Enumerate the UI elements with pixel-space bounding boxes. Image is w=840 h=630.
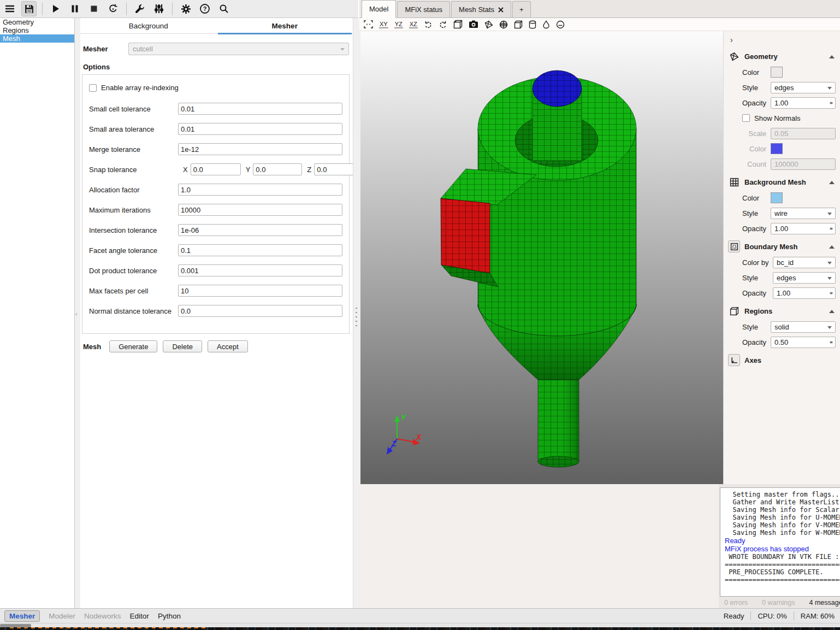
tab-mesher[interactable]: Mesher xyxy=(217,18,353,33)
toolbar-separator xyxy=(172,2,173,15)
maximum-iterations-input[interactable] xyxy=(178,204,342,216)
show-normals-checkbox[interactable] xyxy=(742,114,750,122)
accept-mesh-button[interactable]: Accept xyxy=(208,340,248,352)
save-icon[interactable] xyxy=(21,1,37,16)
field-label: Dot product tolerance xyxy=(89,267,178,275)
dot-product-tolerance-input[interactable] xyxy=(178,264,342,276)
enable-array-reindexing-checkbox[interactable] xyxy=(89,84,97,92)
errors-count[interactable]: 0 errors xyxy=(724,599,748,607)
view-xz-button[interactable]: XZ xyxy=(409,21,418,28)
collapse-arrow-icon[interactable] xyxy=(829,243,835,249)
mfix-window: ? Geometry Regions Mesh ‹ Background Mes… xyxy=(0,0,840,630)
console-output[interactable]: Setting master from flags... Gather and … xyxy=(720,487,840,597)
collapse-arrow-icon[interactable] xyxy=(829,52,835,58)
search-icon[interactable] xyxy=(216,1,232,16)
viewport-3d[interactable]: Y X Z xyxy=(360,31,723,484)
svg-text:?: ? xyxy=(203,5,207,12)
bgmesh-style-combobox[interactable]: wire xyxy=(771,208,836,219)
mesher-combobox-value: cutcell xyxy=(133,45,153,53)
axes-section: Axes xyxy=(724,354,840,367)
regions-opacity-spinbox[interactable]: 0.50 xyxy=(771,337,836,348)
snap-tolerance-y-input[interactable] xyxy=(253,163,302,175)
bottom-scrollbar[interactable] xyxy=(0,623,840,627)
merge-tolerance-input[interactable] xyxy=(178,143,342,155)
sidebar-item-geometry[interactable]: Geometry xyxy=(0,18,74,26)
regions-visibility-icon[interactable] xyxy=(514,20,523,29)
close-tab-icon[interactable] xyxy=(498,7,504,13)
ram-usage: RAM: 60% xyxy=(801,612,835,620)
view-xy-button[interactable]: XY xyxy=(379,21,388,28)
tab-model[interactable]: Model xyxy=(362,0,396,18)
tab-background[interactable]: Background xyxy=(80,18,217,33)
snap-x-label: X xyxy=(183,166,188,174)
mesher-label: Mesher xyxy=(83,45,128,53)
sidebar-item-mesh[interactable]: Mesh xyxy=(0,34,74,43)
collapse-arrow-icon[interactable] xyxy=(829,307,835,313)
allocation-factor-input[interactable] xyxy=(178,184,342,196)
sphere-visibility-icon[interactable] xyxy=(499,20,508,29)
fit-view-icon[interactable] xyxy=(364,20,373,28)
cone-icon[interactable] xyxy=(542,20,550,29)
menu-icon[interactable] xyxy=(2,1,17,16)
max-facets-per-cell-input[interactable] xyxy=(178,285,342,297)
mode-modeler-button[interactable]: Modeler xyxy=(49,612,75,620)
boundary-colorby-combobox[interactable]: bc_id xyxy=(773,257,836,268)
delete-mesh-button[interactable]: Delete xyxy=(163,340,202,352)
settings-gear-icon[interactable] xyxy=(178,1,193,16)
bgmesh-opacity-spinbox[interactable]: 1.00 xyxy=(771,223,836,234)
rotate-ccw-icon[interactable] xyxy=(424,20,433,29)
splitter-collapse-icon[interactable]: ‹ xyxy=(75,311,77,317)
geometry-visibility-icon[interactable] xyxy=(484,20,493,29)
pause-icon[interactable] xyxy=(67,1,82,16)
tab-mfix-status[interactable]: MFiX status xyxy=(397,1,450,17)
view-yz-button[interactable]: YZ xyxy=(394,21,403,28)
normals-color-swatch[interactable] xyxy=(771,143,783,154)
regions-style-combobox[interactable]: solid xyxy=(771,321,836,333)
cylinder-icon[interactable] xyxy=(529,20,536,29)
reset-icon[interactable] xyxy=(105,1,121,16)
run-icon[interactable] xyxy=(48,1,63,16)
tab-mesh-stats[interactable]: Mesh Stats xyxy=(451,1,511,17)
visual-settings-sidebar: › Geometry Color Styleedges Opacity1.00 … xyxy=(723,31,840,484)
left-splitter[interactable]: ‹ xyxy=(75,18,80,608)
parameters-sliders-icon[interactable] xyxy=(151,1,167,16)
warnings-count[interactable]: 0 warnings xyxy=(762,599,795,607)
clip-plane-icon[interactable] xyxy=(556,20,565,29)
sidebar-collapse-icon[interactable]: › xyxy=(730,36,740,44)
mesher-combobox[interactable]: cutcell xyxy=(128,43,349,55)
help-icon[interactable]: ? xyxy=(197,1,212,16)
geometry-color-swatch[interactable] xyxy=(771,67,783,78)
messages-count[interactable]: 4 messages xyxy=(809,599,840,607)
geometry-style-combobox[interactable]: edges xyxy=(771,82,836,93)
screen-edge-artifact xyxy=(0,627,840,630)
bgmesh-style-label: Style xyxy=(742,209,771,217)
build-wrench-icon[interactable] xyxy=(132,1,147,16)
boundary-mesh-icon[interactable] xyxy=(728,240,740,252)
mode-nodeworks-button[interactable]: Nodeworks xyxy=(84,612,121,620)
geometry-opacity-spinbox[interactable]: 1.00 xyxy=(771,97,836,109)
sidebar-item-regions[interactable]: Regions xyxy=(0,26,74,34)
add-tab-button[interactable]: + xyxy=(512,1,531,17)
snap-tolerance-x-input[interactable] xyxy=(191,163,241,175)
collapse-arrow-icon[interactable] xyxy=(829,178,835,184)
mode-python-button[interactable]: Python xyxy=(158,612,181,620)
perspective-icon[interactable] xyxy=(453,20,463,29)
generate-mesh-button[interactable]: Generate xyxy=(109,340,157,352)
rotate-cw-icon[interactable] xyxy=(439,20,447,29)
screenshot-icon[interactable] xyxy=(469,20,478,28)
boundary-style-combobox[interactable]: edges xyxy=(773,272,836,284)
console-status-line: Ready xyxy=(725,537,840,545)
small-cell-tolerance-input[interactable] xyxy=(178,103,342,115)
intersection-tolerance-input[interactable] xyxy=(178,224,342,236)
mode-editor-button[interactable]: Editor xyxy=(130,612,149,620)
small-area-tolerance-input[interactable] xyxy=(178,123,342,135)
stop-icon[interactable] xyxy=(86,1,102,16)
tab-mesh-stats-label: Mesh Stats xyxy=(459,5,494,14)
facet-angle-tolerance-input[interactable] xyxy=(178,244,342,256)
bgmesh-color-swatch[interactable] xyxy=(771,192,783,203)
normal-distance-tolerance-input[interactable] xyxy=(178,305,342,317)
axes-icon[interactable] xyxy=(728,354,740,366)
boundary-opacity-spinbox[interactable]: 1.00 xyxy=(773,287,836,299)
center-splitter[interactable] xyxy=(353,18,359,608)
mode-mesher-button[interactable]: Mesher xyxy=(4,610,40,622)
